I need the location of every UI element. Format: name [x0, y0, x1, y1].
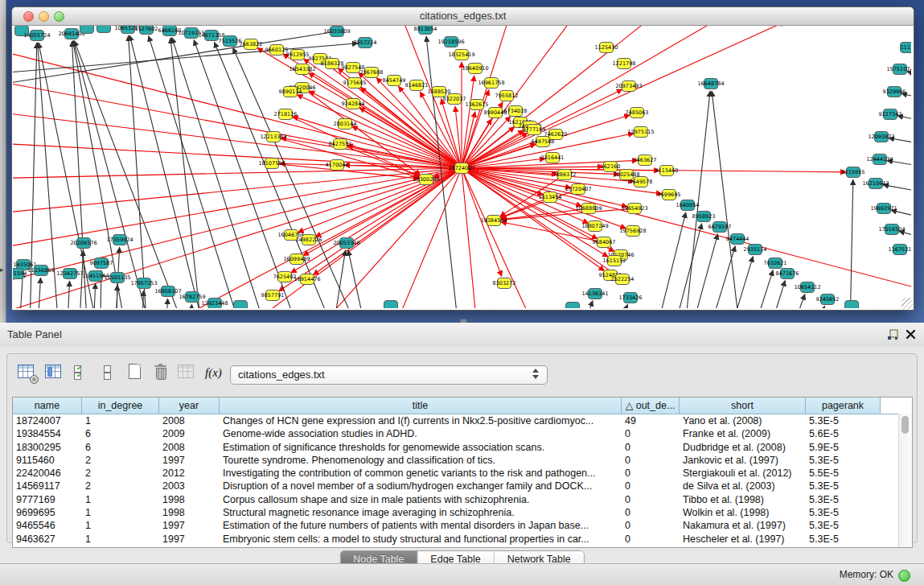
- network-node[interactable]: 1125430: [595, 43, 618, 53]
- network-edge[interactable]: [65, 281, 70, 308]
- network-node[interactable]: 391594: [13, 269, 27, 279]
- table-cell-in-degree[interactable]: 2: [82, 480, 159, 492]
- column-header-name[interactable]: name: [13, 398, 82, 414]
- network-node[interactable]: 12975115: [627, 127, 654, 138]
- table-cell-in-degree[interactable]: 6: [82, 427, 159, 440]
- table-cell-out-de-[interactable]: 0: [622, 441, 680, 454]
- network-node[interactable]: 18640910: [462, 64, 488, 74]
- table-cell-in-degree[interactable]: 1: [82, 414, 159, 427]
- table-cell-year[interactable]: 2008: [159, 414, 220, 427]
- network-node[interactable]: 9857791: [261, 290, 285, 301]
- network-edge[interactable]: [291, 168, 462, 273]
- network-node[interactable]: 4170044: [326, 160, 349, 171]
- delete-table-icon[interactable]: [178, 364, 197, 381]
- network-node[interactable]: 16914476: [294, 274, 320, 285]
- window-resize-grip[interactable]: [901, 298, 913, 309]
- table-row[interactable]: 946554611997Estimation of the future num…: [13, 519, 912, 532]
- network-node[interactable]: 9660125: [265, 45, 289, 56]
- network-edge[interactable]: [462, 26, 576, 168]
- table-cell-year[interactable]: 1998: [159, 493, 220, 506]
- network-node[interactable]: 12213383: [260, 132, 286, 142]
- table-cell-pagerank[interactable]: 5.3E-5: [806, 454, 881, 467]
- network-node[interactable]: 17359924: [106, 235, 133, 245]
- network-node[interactable]: 8649578: [630, 177, 653, 187]
- network-edge[interactable]: [668, 224, 702, 308]
- network-node[interactable]: 16210643: [862, 179, 889, 189]
- network-node[interactable]: 17957253: [130, 278, 157, 289]
- table-row[interactable]: 2242004622012Investigating the contribut…: [13, 467, 912, 480]
- network-node[interactable]: 2803144: [334, 119, 357, 130]
- network-node[interactable]: 1221798: [613, 59, 636, 69]
- table-cell-in-degree[interactable]: 1: [82, 493, 159, 506]
- network-node[interactable]: 9699695: [658, 190, 681, 200]
- network-node[interactable]: 8471676: [776, 269, 799, 279]
- network-node[interactable]: 12342757: [56, 269, 83, 279]
- table-cell-in-degree[interactable]: 6: [82, 441, 159, 454]
- network-edge[interactable]: [712, 91, 745, 308]
- network-node[interactable]: 9115460: [655, 166, 679, 176]
- network-node[interactable]: 18807249: [581, 221, 608, 232]
- network-node[interactable]: [566, 303, 580, 309]
- network-node[interactable]: 9329966: [883, 87, 906, 97]
- table-cell-name[interactable]: 14569117: [13, 480, 82, 492]
- table-row[interactable]: 911546021997Tourette syndrome. Phenomeno…: [13, 454, 912, 467]
- network-edge[interactable]: [13, 46, 462, 168]
- table-cell-out-de-[interactable]: 0: [622, 493, 680, 506]
- network-node[interactable]: 14982226: [295, 235, 322, 245]
- network-node[interactable]: 10654112: [794, 282, 820, 293]
- network-node[interactable]: [97, 26, 111, 33]
- collapsed-panel-strip[interactable]: ▸: [0, 0, 6, 323]
- table-mode-icon[interactable]: [102, 364, 112, 381]
- network-edge[interactable]: [721, 257, 753, 308]
- table-cell-name[interactable]: 19384554: [13, 427, 82, 440]
- network-node[interactable]: 7886372: [553, 170, 577, 180]
- network-edge[interactable]: [757, 281, 785, 308]
- network-node[interactable]: 7625402: [273, 272, 297, 282]
- window-zoom-button[interactable]: [54, 11, 64, 22]
- table-cell-short[interactable]: Nakamura et al. (1997): [680, 519, 806, 532]
- table-cell-title[interactable]: Disruption of a novel member of a sodium…: [220, 480, 622, 492]
- table-cell-out-de-[interactable]: 0: [622, 467, 680, 480]
- network-edge[interactable]: [797, 306, 824, 308]
- table-cell-title[interactable]: Structural magnetic resonance image aver…: [220, 506, 622, 519]
- close-panel-icon[interactable]: [906, 329, 916, 340]
- network-edge[interactable]: [462, 168, 598, 239]
- network-node[interactable]: 18300295: [413, 175, 439, 185]
- network-node[interactable]: 19692971: [870, 204, 897, 214]
- table-cell-short[interactable]: Jankovic et al. (1997): [680, 454, 806, 467]
- table-cell-in-degree[interactable]: 1: [82, 519, 159, 532]
- column-settings-icon[interactable]: [18, 364, 37, 381]
- select-all-icon[interactable]: ✓ ✓: [72, 364, 92, 381]
- table-cell-name[interactable]: 9699695: [13, 506, 82, 519]
- network-node[interactable]: 12505135: [104, 273, 130, 283]
- table-cell-out-de-[interactable]: 0: [622, 427, 680, 440]
- table-cell-in-degree[interactable]: 1: [82, 506, 159, 519]
- table-cell-in-degree[interactable]: 1: [82, 533, 159, 546]
- network-node[interactable]: 12444139: [866, 154, 893, 165]
- network-node[interactable]: 162160: [601, 162, 621, 172]
- network-node[interactable]: 14055724: [23, 31, 50, 41]
- column-header-short[interactable]: short: [680, 398, 806, 414]
- network-node[interactable]: 9175685: [343, 78, 367, 89]
- table-cell-pagerank[interactable]: 5.5E-5: [806, 467, 881, 480]
- table-cell-title[interactable]: Corpus callosum shape and size in male p…: [220, 493, 622, 506]
- network-node[interactable]: 1112: [901, 43, 912, 53]
- expand-panel-arrow-icon[interactable]: ▸: [0, 266, 4, 274]
- network-node[interactable]: 7663822: [240, 39, 263, 50]
- table-row[interactable]: 1830029562008Estimation of significance …: [13, 441, 912, 454]
- network-node[interactable]: 18107554: [258, 159, 285, 169]
- table-cell-in-degree[interactable]: 2: [82, 467, 159, 480]
- network-edge[interactable]: [278, 168, 462, 291]
- table-cell-pagerank[interactable]: 5.9E-5: [806, 441, 881, 454]
- network-node[interactable]: [234, 301, 248, 309]
- table-cell-title[interactable]: Estimation of the future numbers of pati…: [220, 519, 622, 532]
- table-cell-short[interactable]: Yano et al. (2008): [680, 414, 806, 427]
- table-cell-year[interactable]: 2008: [159, 441, 220, 454]
- table-cell-name[interactable]: 22420046: [13, 467, 82, 480]
- table-row[interactable]: 946362711997Embryonic stem cells: a mode…: [13, 533, 912, 546]
- network-node[interactable]: 8186328: [321, 59, 344, 69]
- column-header-in-degree[interactable]: in_degree: [82, 398, 159, 414]
- table-cell-short[interactable]: Stergiakouli et al. (2012): [680, 467, 806, 480]
- network-edge[interactable]: [164, 299, 168, 308]
- table-cell-year[interactable]: 2012: [159, 467, 220, 480]
